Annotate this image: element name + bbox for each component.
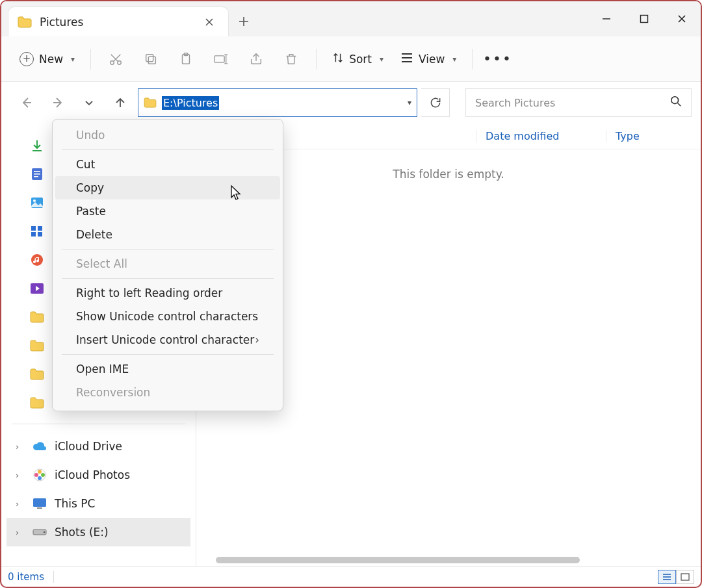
ctx-copy[interactable]: Copy: [55, 176, 280, 199]
svg-point-2: [118, 60, 122, 64]
window-controls: [588, 1, 701, 36]
ctx-paste[interactable]: Paste: [55, 199, 280, 223]
copy-button[interactable]: [136, 46, 165, 72]
view-button[interactable]: View ▾: [395, 46, 462, 72]
ctx-insert-unicode[interactable]: Insert Unicode control character ›: [55, 328, 280, 352]
rename-button[interactable]: [207, 46, 235, 72]
ctx-cut[interactable]: Cut: [55, 153, 280, 176]
details-view-button[interactable]: [658, 570, 676, 584]
svg-rect-11: [34, 173, 40, 175]
folder-icon: [18, 16, 32, 28]
ctx-show-unicode[interactable]: Show Unicode control characters: [55, 305, 280, 328]
share-button[interactable]: [242, 46, 270, 72]
ctx-rtl[interactable]: Right to left Reading order: [55, 281, 280, 305]
chevron-right-icon[interactable]: ›: [16, 470, 19, 480]
ctx-delete[interactable]: Delete: [55, 223, 280, 246]
chevron-right-icon[interactable]: ›: [16, 499, 19, 509]
svg-rect-27: [37, 507, 42, 509]
file-explorer-window: Pictures + New ▾ Sort: [0, 0, 702, 588]
new-button[interactable]: + New ▾: [14, 46, 80, 72]
item-count: 0 items: [8, 571, 44, 583]
sidebar-item-label: iCloud Drive: [55, 440, 122, 453]
svg-point-23: [41, 473, 45, 477]
sort-button-label: Sort: [349, 53, 372, 66]
paste-button[interactable]: [172, 46, 200, 72]
sidebar-item-label: iCloud Photos: [55, 468, 130, 481]
ctx-separator: [62, 149, 274, 150]
sidebar-item-icloud-photos[interactable]: › iCloud Photos: [6, 461, 190, 489]
status-bar: 0 items: [1, 566, 701, 587]
cut-button[interactable]: [101, 46, 130, 72]
minimize-button[interactable]: [588, 1, 625, 36]
music-icon: [30, 253, 44, 267]
svg-point-25: [34, 473, 38, 477]
svg-rect-26: [33, 498, 46, 507]
command-toolbar: + New ▾ Sort ▾ View ▾ •••: [1, 36, 701, 82]
chevron-down-icon: ▾: [71, 55, 75, 64]
address-bar[interactable]: E:\Pictures ▾: [138, 88, 417, 117]
chevron-right-icon[interactable]: ›: [16, 528, 19, 537]
thumbnails-view-button[interactable]: [676, 570, 694, 584]
ctx-undo: Undo: [55, 123, 280, 147]
delete-button[interactable]: [277, 46, 306, 72]
sidebar-separator: [12, 424, 185, 424]
download-icon: [30, 138, 44, 153]
ctx-reconversion: Reconversion: [55, 381, 280, 404]
column-header-type[interactable]: Type: [606, 130, 640, 142]
address-path-selected[interactable]: E:\Pictures: [162, 96, 219, 110]
list-icon: [400, 53, 413, 66]
new-tab-button[interactable]: [229, 6, 259, 36]
address-dropdown-button[interactable]: ▾: [408, 98, 411, 107]
svg-point-29: [44, 531, 45, 533]
view-button-label: View: [419, 53, 445, 66]
address-context-menu: Undo Cut Copy Paste Delete Select All Ri…: [52, 119, 283, 411]
folder-icon: [30, 396, 44, 410]
up-button[interactable]: [107, 89, 134, 116]
content-horizontal-scrollbar[interactable]: [216, 557, 580, 563]
sidebar-item-icloud-drive[interactable]: › iCloud Drive: [6, 432, 190, 461]
chevron-down-icon: ▾: [380, 55, 384, 64]
sidebar-item-label: Shots (E:): [55, 526, 109, 539]
maximize-button[interactable]: [625, 1, 663, 36]
video-icon: [30, 281, 44, 296]
status-separator: [53, 571, 54, 583]
toolbar-separator: [316, 49, 317, 70]
back-button[interactable]: [13, 89, 40, 116]
recent-locations-button[interactable]: [75, 89, 103, 116]
svg-rect-30: [681, 574, 689, 580]
sort-icon: [332, 52, 344, 66]
svg-rect-12: [34, 176, 38, 177]
cloud-icon: [32, 439, 47, 454]
more-button[interactable]: •••: [483, 46, 512, 72]
tab-close-button[interactable]: [200, 12, 219, 32]
ctx-open-ime[interactable]: Open IME: [55, 357, 280, 381]
sidebar-item-this-pc[interactable]: › This PC: [6, 489, 190, 518]
folder-icon: [144, 97, 157, 108]
refresh-button[interactable]: [421, 88, 450, 117]
tab-pictures[interactable]: Pictures: [8, 6, 229, 36]
monitor-icon: [32, 496, 47, 511]
tiles-icon: [30, 224, 44, 238]
column-header-date-modified[interactable]: Date modified: [476, 130, 606, 142]
sidebar-item-shots-e[interactable]: › Shots (E:): [6, 518, 190, 546]
svg-point-8: [671, 97, 679, 104]
svg-point-24: [38, 476, 42, 480]
toolbar-separator: [90, 49, 91, 70]
sort-button[interactable]: Sort ▾: [327, 46, 389, 72]
search-icon: [670, 96, 682, 110]
forward-button[interactable]: [44, 89, 72, 116]
chevron-right-icon[interactable]: ›: [16, 442, 19, 452]
svg-point-14: [33, 199, 36, 202]
close-window-button[interactable]: [663, 1, 701, 36]
ctx-separator: [62, 249, 274, 249]
ctx-separator: [62, 278, 274, 279]
svg-rect-7: [214, 55, 224, 62]
ctx-select-all: Select All: [55, 252, 280, 275]
photos-icon: [32, 468, 47, 482]
folder-icon: [30, 339, 44, 353]
search-placeholder: Search Pictures: [475, 97, 555, 109]
svg-point-22: [38, 470, 42, 474]
tab-title: Pictures: [40, 16, 192, 29]
search-input[interactable]: Search Pictures: [465, 88, 692, 117]
folder-icon: [30, 367, 44, 381]
